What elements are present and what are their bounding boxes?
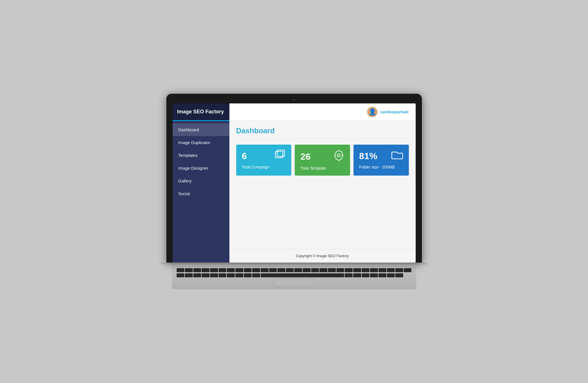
key: [235, 273, 243, 277]
stat-card-top-campaigns: 6: [242, 150, 286, 163]
key: [286, 268, 294, 272]
key: [252, 268, 260, 272]
laptop-screen-outer: Image SEO Factory Dashboard Image Duplic…: [166, 94, 422, 263]
key: [227, 268, 235, 272]
svg-rect-1: [277, 150, 284, 156]
sidebar-item-image-duplicator[interactable]: Image Duplicator: [173, 136, 229, 149]
key: [193, 273, 201, 277]
space-key: [261, 273, 344, 277]
key: [227, 273, 235, 277]
key: [378, 268, 386, 272]
sidebar-item-gallery[interactable]: Gallery: [173, 174, 229, 187]
key: [345, 273, 353, 277]
sidebar-item-social[interactable]: Social: [173, 187, 229, 200]
key: [219, 268, 227, 272]
key: [303, 268, 311, 272]
key: [336, 268, 344, 272]
key: [370, 268, 378, 272]
key: [378, 273, 386, 277]
key: [387, 273, 395, 277]
key: [311, 268, 319, 272]
brand-title: Image SEO Factory: [177, 109, 224, 115]
stat-number-folder: 81%: [359, 151, 377, 161]
stats-grid: 6 Total Compaign: [236, 145, 409, 176]
stat-label-folder: Folder size - 200MB: [359, 165, 403, 169]
app-container: Image SEO Factory Dashboard Image Duplic…: [173, 103, 416, 263]
header: sandeepavhale: [229, 103, 416, 121]
svg-rect-0: [275, 151, 283, 158]
key: [244, 268, 252, 272]
key: [210, 273, 218, 277]
stat-card-campaigns[interactable]: 6 Total Compaign: [236, 145, 292, 176]
trackpad: [274, 278, 314, 286]
stat-number-templates: 26: [300, 151, 311, 162]
sidebar-item-label-templates: Templates: [178, 153, 198, 158]
stat-card-templates[interactable]: 26 Total Template: [295, 145, 350, 176]
key: [202, 273, 210, 277]
key: [261, 268, 269, 272]
key: [202, 268, 210, 272]
key: [345, 268, 353, 272]
stat-card-top-templates: 26: [300, 150, 344, 164]
key: [277, 268, 285, 272]
app-body: Image SEO Factory Dashboard Image Duplic…: [173, 103, 416, 263]
duplicate-icon: [274, 150, 286, 163]
keyboard-keys: [177, 268, 412, 272]
sidebar-item-label-social: Social: [178, 191, 190, 196]
keyboard-keys-2: [177, 273, 412, 277]
key: [185, 268, 193, 272]
key: [177, 268, 185, 272]
key: [404, 268, 412, 272]
dashboard-area: Dashboard 6: [229, 121, 416, 249]
laptop-hinge: [161, 263, 428, 266]
stat-number-campaigns: 6: [242, 151, 247, 161]
key: [353, 273, 361, 277]
sidebar-nav: Dashboard Image Duplicator Templates Ima…: [173, 121, 229, 200]
key: [328, 268, 336, 272]
stat-label-campaigns: Total Compaign: [242, 165, 286, 169]
key: [193, 268, 201, 272]
key: [387, 268, 395, 272]
key: [177, 273, 185, 277]
key: [185, 273, 193, 277]
folder-icon: [391, 150, 403, 163]
sidebar-item-label-dashboard: Dashboard: [178, 127, 199, 132]
key: [210, 268, 218, 272]
footer: Copyright © Image SEO Factory: [229, 249, 416, 263]
laptop-camera: [293, 99, 295, 101]
key: [353, 268, 361, 272]
keyboard-area: [172, 266, 416, 289]
key: [362, 273, 370, 277]
stat-card-top-folder: 81%: [359, 150, 403, 163]
sidebar-item-label-gallery: Gallery: [178, 178, 192, 183]
key: [294, 268, 302, 272]
page-title: Dashboard: [236, 126, 409, 139]
key: [319, 268, 327, 272]
sidebar-item-templates[interactable]: Templates: [173, 149, 229, 162]
sidebar: Image SEO Factory Dashboard Image Duplic…: [173, 103, 229, 263]
gear-icon: [333, 150, 344, 164]
sidebar-item-label-image-designer: Image Designer: [178, 166, 208, 170]
user-name: sandeepavhale: [380, 110, 409, 114]
stat-card-folder[interactable]: 81% Folder size - 200MB: [353, 145, 409, 176]
key: [395, 268, 403, 272]
avatar: [367, 107, 377, 117]
key: [269, 268, 277, 272]
sidebar-brand: Image SEO Factory: [173, 103, 229, 121]
user-info: sandeepavhale: [367, 107, 409, 117]
laptop-screen-inner: Image SEO Factory Dashboard Image Duplic…: [173, 103, 416, 263]
key: [362, 268, 370, 272]
sidebar-item-label-image-duplicator: Image Duplicator: [178, 140, 210, 145]
main-content: sandeepavhale Dashboard 6: [229, 103, 416, 263]
sidebar-item-image-designer[interactable]: Image Designer: [173, 162, 229, 174]
copyright-text: Copyright © Image SEO Factory: [296, 254, 349, 258]
key: [235, 268, 243, 272]
key: [370, 273, 378, 277]
laptop-frame: Image SEO Factory Dashboard Image Duplic…: [166, 94, 422, 289]
key: [219, 273, 227, 277]
sidebar-item-dashboard[interactable]: Dashboard: [173, 123, 229, 136]
key: [252, 273, 260, 277]
stat-label-templates: Total Template: [300, 166, 344, 170]
key: [395, 273, 403, 277]
key: [244, 273, 252, 277]
